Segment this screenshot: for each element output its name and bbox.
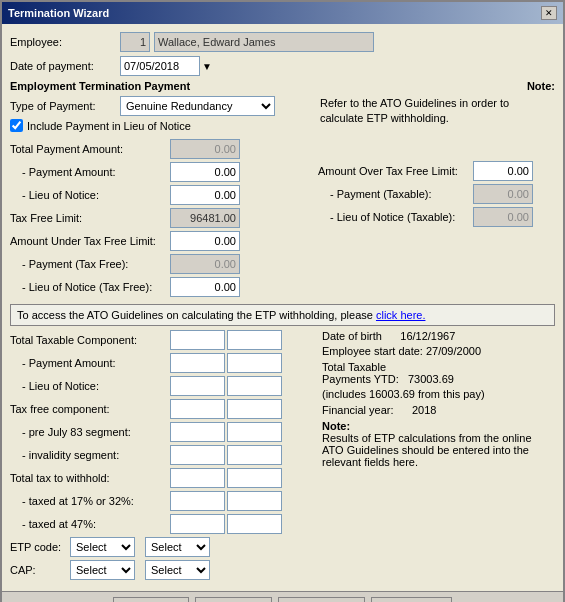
exit-button[interactable]: 🚪 Exit : Esc — [371, 597, 452, 602]
total-taxable-comp-field1[interactable] — [170, 330, 225, 350]
cap-select2[interactable]: Select — [145, 560, 210, 580]
amount-over-field[interactable] — [473, 161, 533, 181]
total-taxable-component-row: Total Taxable Component: — [10, 330, 310, 350]
taxed-17-field2[interactable] — [227, 491, 282, 511]
date-of-payment-row: Date of payment: ▼ — [10, 56, 555, 76]
start-date-row: Employee start date: 27/09/2000 — [322, 345, 555, 357]
etp-code-select1[interactable]: Select — [70, 537, 135, 557]
includes-text: (includes 16003.69 from this pay) — [322, 388, 485, 400]
include-payment-label: Include Payment in Lieu of Notice — [27, 120, 191, 132]
total-tax-field2[interactable] — [227, 468, 282, 488]
pre-july-field1[interactable] — [170, 422, 225, 442]
lieu-notice-row: - Lieu of Notice: — [22, 185, 310, 205]
tax-free-field1[interactable] — [170, 399, 225, 419]
finish-button[interactable]: ⊞ Finish : F10 — [278, 597, 365, 602]
tax-free-limit-label: Tax Free Limit: — [10, 212, 170, 224]
taxed-47-field2[interactable] — [227, 514, 282, 534]
payment-left: Total Payment Amount: - Payment Amount: … — [10, 139, 310, 300]
btm-lieu-field1[interactable] — [170, 376, 225, 396]
termination-wizard-window: Termination Wizard ✕ Employee: Date of p… — [0, 0, 565, 602]
amount-over-label: Amount Over Tax Free Limit: — [318, 165, 473, 177]
lieu-notice-field[interactable] — [170, 185, 240, 205]
includes-row: (includes 16003.69 from this pay) — [322, 388, 555, 400]
title-bar: Termination Wizard ✕ — [2, 2, 563, 24]
total-payment-field — [170, 139, 240, 159]
type-payment-label: Type of Payment: — [10, 100, 120, 112]
etp-code-select2[interactable]: Select — [145, 537, 210, 557]
btm-payment-field1[interactable] — [170, 353, 225, 373]
bottom-note-label: Note: — [322, 420, 350, 432]
total-taxable-value: 73003.69 — [408, 373, 454, 385]
payment-amount-row: - Payment Amount: — [22, 162, 310, 182]
etp-section-header: Employment Termination Payment Note: — [10, 80, 555, 92]
window-title: Termination Wizard — [8, 7, 109, 19]
payment-taxable-label: - Payment (Taxable): — [330, 188, 473, 200]
close-button[interactable]: ✕ — [541, 6, 557, 20]
taxed-47-row: - taxed at 47%: — [22, 514, 310, 534]
payment-tax-free-field — [170, 254, 240, 274]
taxed-17-row: - taxed at 17% or 32%: — [22, 491, 310, 511]
lieu-taxable-field — [473, 207, 533, 227]
lieu-tax-free-field[interactable] — [170, 277, 240, 297]
taxed-17-field1[interactable] — [170, 491, 225, 511]
content-area: Employee: Date of payment: ▼ Employment … — [2, 24, 563, 591]
payment-amount-field[interactable] — [170, 162, 240, 182]
type-payment-select[interactable]: Genuine Redundancy Other — [120, 96, 275, 116]
dob-value: 16/12/1967 — [400, 330, 455, 342]
tax-free-comp-label: Tax free component: — [10, 403, 170, 415]
info-text: To access the ATO Guidelines on calculat… — [17, 309, 373, 321]
prev-button[interactable]: ← Prev : F7 — [195, 597, 272, 602]
lieu-tax-free-row: - Lieu of Notice (Tax Free): — [22, 277, 310, 297]
total-tax-label: Total tax to withhold: — [10, 472, 170, 484]
print-button[interactable]: 🖨 Print : F9 — [113, 597, 190, 602]
tax-free-limit-field — [170, 208, 240, 228]
date-label: Date of payment: — [10, 60, 120, 72]
dob-label: Date of birth — [322, 330, 382, 342]
cap-select1[interactable]: Select — [70, 560, 135, 580]
lieu-taxable-row: - Lieu of Notice (Taxable): — [330, 207, 555, 227]
include-payment-row: Include Payment in Lieu of Notice — [10, 119, 310, 132]
payment-amount-label: - Payment Amount: — [22, 166, 170, 178]
total-taxable-ytd-row: Total Taxable Payments YTD: 73003.69 — [322, 361, 555, 385]
invalidity-field1[interactable] — [170, 445, 225, 465]
total-tax-row: Total tax to withhold: — [10, 468, 310, 488]
total-taxable-comp-label: Total Taxable Component: — [10, 334, 170, 346]
cap-label: CAP: — [10, 564, 70, 576]
tax-free-field2[interactable] — [227, 399, 282, 419]
ato-link[interactable]: click here. — [376, 309, 426, 321]
btm-lieu-notice-row: - Lieu of Notice: — [22, 376, 310, 396]
invalidity-row: - invalidity segment: — [22, 445, 310, 465]
employee-name-field — [154, 32, 374, 52]
invalidity-field2[interactable] — [227, 445, 282, 465]
pre-july-field2[interactable] — [227, 422, 282, 442]
btm-payment-amount-row: - Payment Amount: — [22, 353, 310, 373]
payment-tax-free-row: - Payment (Tax Free): — [22, 254, 310, 274]
include-payment-checkbox[interactable] — [10, 119, 23, 132]
employee-id-field[interactable] — [120, 32, 150, 52]
note-text-area: Refer to the ATO Guidelines in order to … — [310, 96, 555, 127]
btm-lieu-field2[interactable] — [227, 376, 282, 396]
date-of-payment-field[interactable] — [120, 56, 200, 76]
bottom-section: Total Taxable Component: - Payment Amoun… — [10, 330, 555, 583]
amount-under-field[interactable] — [170, 231, 240, 251]
pre-july-row: - pre July 83 segment: — [22, 422, 310, 442]
amount-over-row: Amount Over Tax Free Limit: — [318, 161, 555, 181]
taxed-47-field1[interactable] — [170, 514, 225, 534]
etp-code-row: ETP code: Select Select — [10, 537, 310, 557]
etp-section-label: Employment Termination Payment — [10, 80, 190, 92]
total-taxable-comp-field2[interactable] — [227, 330, 282, 350]
taxed-47-label: - taxed at 47%: — [22, 518, 170, 530]
payment-taxable-field — [473, 184, 533, 204]
note-content: Refer to the ATO Guidelines in order to … — [320, 97, 509, 124]
tax-free-limit-row: Tax Free Limit: — [10, 208, 310, 228]
total-tax-field1[interactable] — [170, 468, 225, 488]
title-bar-controls: ✕ — [539, 6, 557, 20]
date-dropdown-icon[interactable]: ▼ — [202, 61, 212, 72]
pre-july-label: - pre July 83 segment: — [22, 426, 170, 438]
info-bar: To access the ATO Guidelines on calculat… — [10, 304, 555, 326]
btm-payment-field2[interactable] — [227, 353, 282, 373]
payment-right: Amount Over Tax Free Limit: - Payment (T… — [318, 139, 555, 300]
bottom-right-panel: Date of birth 16/12/1967 Employee start … — [314, 330, 555, 583]
bottom-note-row: Note: Results of ETP calculations from t… — [322, 420, 555, 468]
bottom-note-text: Results of ETP calculations from the onl… — [322, 432, 532, 468]
